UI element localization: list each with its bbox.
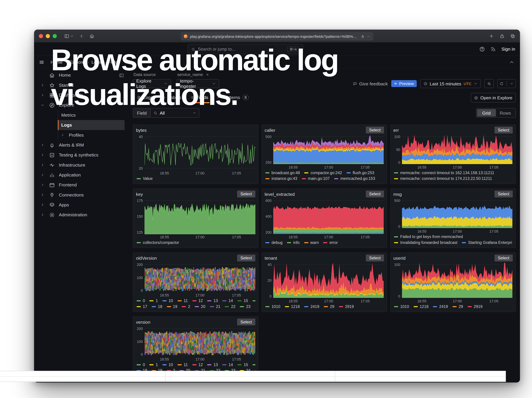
sidebar-item-profiles[interactable]: Profiles	[58, 130, 125, 140]
legend-item[interactable]: 14	[222, 362, 233, 368]
legend-item[interactable]: 2419	[304, 304, 319, 310]
legend-item[interactable]: Failed to get keys from memcached	[394, 234, 463, 240]
chevron-right-icon[interactable]	[39, 193, 45, 197]
legend-item[interactable]: 2919	[339, 304, 354, 310]
chevron-right-icon[interactable]	[39, 203, 45, 207]
panel-select-button[interactable]: Select	[366, 127, 384, 133]
sign-in-link[interactable]: Sign in	[501, 46, 515, 52]
chevron-right-icon[interactable]	[39, 183, 45, 187]
browser-home-icon[interactable]	[89, 34, 94, 38]
chevron-right-icon[interactable]	[39, 173, 45, 177]
share-icon[interactable]	[500, 34, 505, 39]
sidebar-item-application[interactable]: Application	[34, 170, 127, 180]
tab-overview-icon[interactable]	[510, 34, 515, 39]
minimize-window-button[interactable]	[46, 34, 50, 38]
news-icon[interactable]	[490, 46, 496, 52]
give-feedback-link[interactable]: Give feedback	[353, 81, 388, 86]
legend-item[interactable]: 22	[225, 304, 235, 310]
legend-item[interactable]: warn	[304, 240, 319, 246]
panel-select-button[interactable]: Select	[366, 255, 384, 261]
legend-item[interactable]: memcache: connect timeout to 174.213.22.…	[394, 176, 492, 182]
legend-item[interactable]: 23	[240, 304, 251, 310]
panel-select-button[interactable]: Select	[366, 191, 384, 198]
legend-item[interactable]: 13	[207, 298, 218, 304]
grafana-logo-icon[interactable]	[39, 45, 46, 53]
legend-item[interactable]: collectors/compactor	[137, 240, 179, 246]
legend-item[interactable]: 2	[182, 304, 190, 310]
legend-item[interactable]: 0	[137, 298, 145, 304]
legend-item[interactable]: debug	[265, 240, 283, 246]
help-icon[interactable]	[479, 46, 485, 52]
new-tab-icon[interactable]	[489, 34, 494, 39]
legend-item[interactable]: 17	[137, 304, 147, 310]
chevron-right-icon[interactable]	[60, 133, 65, 137]
panel-select-button[interactable]: Select	[237, 318, 255, 325]
legend-item[interactable]: 2419	[433, 304, 448, 310]
panel-select-button[interactable]: Select	[494, 127, 513, 133]
panel-select-button[interactable]: Select	[237, 191, 255, 198]
chevron-down-icon[interactable]	[39, 103, 45, 107]
chevron-right-icon[interactable]	[39, 163, 45, 167]
sidebar-item-apps[interactable]: Apps	[34, 200, 127, 210]
legend-item[interactable]: 16	[253, 298, 255, 304]
legend-item[interactable]: Invalidating forwarded broadcast	[394, 240, 457, 246]
sidebar-item-logs[interactable]: Logs	[58, 120, 125, 130]
panel-select-button[interactable]: Select	[494, 191, 513, 198]
legend-item[interactable]: broadcast.go:48	[265, 170, 300, 176]
legend-item[interactable]: memcache: connect timeout to 162.134.158…	[394, 170, 494, 176]
legend-item[interactable]: 19	[167, 304, 177, 310]
legend-item[interactable]: 1	[150, 298, 158, 304]
legend-item[interactable]: 1218	[413, 304, 428, 310]
legend-item[interactable]: 1010	[394, 304, 409, 310]
legend-item[interactable]: Value	[137, 176, 153, 182]
close-window-button[interactable]	[39, 34, 43, 38]
legend-item[interactable]: main.go:107	[302, 176, 329, 182]
legend-item[interactable]: memcached.go:153	[334, 176, 375, 182]
legend-item[interactable]: 18	[152, 304, 162, 310]
sidebar-item-infrastructure[interactable]: Infrastructure	[34, 160, 127, 170]
address-bar[interactable]: play.grafana.org/a/grafana-lokiexplore-a…	[181, 32, 373, 41]
panel-select-button[interactable]: Select	[494, 255, 513, 261]
legend-item[interactable]: 11	[177, 362, 188, 368]
legend-item[interactable]: compactor.go:242	[304, 170, 342, 176]
chevron-right-icon[interactable]	[39, 143, 45, 147]
legend-item[interactable]: 20	[195, 304, 205, 310]
legend-item[interactable]: 21	[210, 304, 221, 310]
legend-item[interactable]: 1	[150, 362, 158, 368]
zoom-window-button[interactable]	[53, 34, 57, 38]
grid-view-button[interactable]: Grid	[477, 109, 496, 117]
sidebar-item-connections[interactable]: Connections	[34, 190, 127, 200]
chevron-right-icon[interactable]	[39, 153, 45, 157]
sidebar-item-frontend[interactable]: Frontend	[34, 180, 127, 190]
legend-item[interactable]: 2919	[468, 304, 482, 310]
legend-item[interactable]: 16	[253, 362, 255, 368]
time-range-picker[interactable]: Last 15 minutes UTC	[420, 79, 481, 88]
sidebar-item-testing-synthetics[interactable]: Testing & synthetics	[34, 150, 127, 160]
open-in-explore-button[interactable]: Open in Explore	[471, 93, 516, 103]
legend-item[interactable]: flush.go:253	[347, 170, 374, 176]
sidebar-toggle-button[interactable]	[64, 34, 74, 38]
more-options-icon[interactable]	[367, 35, 370, 38]
legend-item[interactable]: 12	[192, 298, 203, 304]
legend-item[interactable]: 13	[207, 362, 218, 368]
panel-select-button[interactable]: Select	[237, 255, 255, 261]
legend-item[interactable]: 12	[192, 362, 203, 368]
zoom-out-button[interactable]	[484, 79, 494, 88]
menu-icon[interactable]	[39, 59, 44, 65]
legend-item[interactable]: 29	[452, 304, 463, 310]
collapse-header-icon[interactable]	[509, 59, 514, 65]
chevron-right-icon[interactable]	[39, 213, 45, 217]
legend-item[interactable]: error	[323, 240, 338, 246]
legend-item[interactable]: 14	[222, 298, 233, 304]
legend-item[interactable]: 10	[162, 298, 173, 304]
legend-item[interactable]: 1010	[265, 304, 280, 310]
legend-item[interactable]: info	[287, 240, 300, 246]
legend-item[interactable]: 0	[137, 362, 145, 368]
chevron-right-icon[interactable]	[39, 93, 45, 97]
legend-item[interactable]: 29	[324, 304, 334, 310]
rows-view-button[interactable]: Rows	[496, 109, 515, 117]
legend-item[interactable]: 1218	[285, 304, 300, 310]
legend-item[interactable]: 10	[162, 362, 173, 368]
legend-item[interactable]: Starting Grafana Enterpri	[462, 240, 512, 246]
sidebar-item-alerts-irm[interactable]: Alerts & IRM	[34, 140, 127, 150]
